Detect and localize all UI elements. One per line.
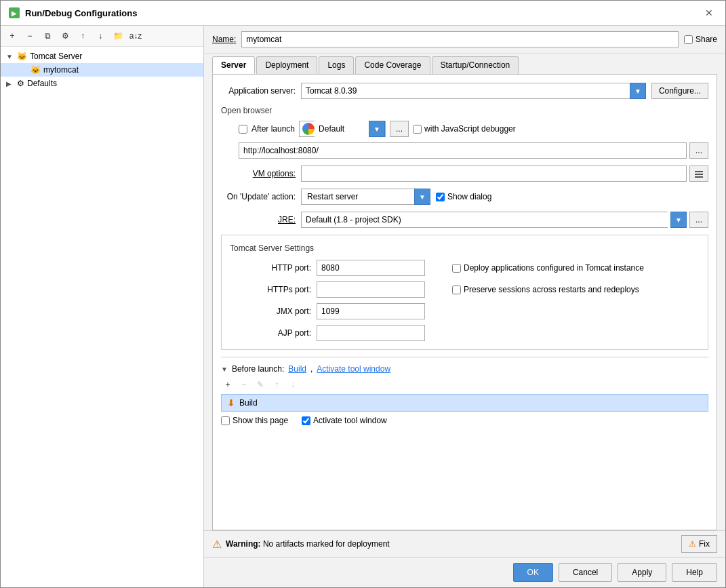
- jmx-port-label: JMX port:: [230, 307, 311, 316]
- vm-options-input[interactable]: [301, 165, 687, 182]
- show-dialog-checkbox[interactable]: [436, 193, 445, 201]
- title-bar: ▶ Run/Debug Configurations ✕: [1, 1, 725, 26]
- remove-config-button[interactable]: −: [22, 28, 37, 43]
- vm-input-area: [301, 165, 708, 182]
- sort-config-button[interactable]: a↓z: [128, 28, 143, 43]
- deploy-checkbox[interactable]: [452, 264, 461, 273]
- share-area: Share: [684, 35, 717, 44]
- activate-tool-label: Activate tool window: [313, 416, 387, 425]
- http-port-label: HTTP port:: [230, 263, 311, 273]
- browser-dropdown[interactable]: ▼: [369, 121, 385, 137]
- http-port-input[interactable]: [317, 260, 425, 276]
- add-config-button[interactable]: +: [5, 28, 20, 43]
- warning-text: Warning: No artifacts marked for deploym…: [226, 539, 677, 549]
- build-item-label: Build: [239, 398, 258, 408]
- url-input[interactable]: [239, 142, 687, 159]
- dialog-title: Run/Debug Configurations: [25, 8, 695, 18]
- before-launch-prefix: Before launch:: [232, 364, 284, 374]
- apply-button[interactable]: Apply: [618, 563, 666, 582]
- copy-config-button[interactable]: ⧉: [40, 28, 55, 43]
- tab-deployment[interactable]: Deployment: [256, 56, 317, 74]
- ok-button[interactable]: OK: [513, 563, 553, 582]
- preserve-checkbox[interactable]: [452, 286, 461, 294]
- jre-row: JRE: ▼ ...: [221, 212, 708, 228]
- share-checkbox[interactable]: [684, 35, 693, 44]
- vm-options-label: VM options:: [221, 169, 296, 178]
- tab-server[interactable]: Server: [212, 56, 255, 74]
- dialog-icon: ▶: [9, 7, 20, 18]
- activate-tool-area: Activate tool window: [302, 416, 387, 425]
- preserve-label: Preserve sessions across restarts and re…: [464, 285, 639, 294]
- svg-rect-1: [695, 174, 703, 175]
- jre-input[interactable]: [301, 212, 668, 228]
- launch-down-button[interactable]: ↓: [286, 378, 300, 391]
- mytomcat-label: mytomcat: [43, 65, 79, 75]
- folder-config-button[interactable]: 📁: [110, 28, 125, 43]
- fix-icon: ⚠: [689, 539, 696, 549]
- activate-tool-link[interactable]: Activate tool window: [317, 364, 390, 374]
- ajp-port-input[interactable]: [317, 325, 425, 341]
- vm-options-button[interactable]: [689, 165, 708, 182]
- settings-config-button[interactable]: ⚙: [58, 28, 73, 43]
- after-launch-checkbox[interactable]: [239, 125, 247, 134]
- tab-content-server: Application server: ▼ Configure... Open …: [212, 74, 717, 530]
- before-launch-arrow: ▼: [221, 366, 228, 373]
- tab-startup-connection[interactable]: Startup/Connection: [432, 56, 519, 74]
- js-debugger-checkbox[interactable]: [413, 125, 422, 134]
- name-input[interactable]: [241, 31, 679, 47]
- build-link[interactable]: Build: [288, 364, 306, 374]
- app-server-input[interactable]: [301, 83, 630, 99]
- app-server-dropdown[interactable]: ▼: [630, 83, 646, 99]
- launch-up-button[interactable]: ↑: [270, 378, 283, 391]
- tomcat-server-label: Tomcat Server: [30, 52, 82, 61]
- jre-dropdown[interactable]: ▼: [670, 212, 687, 228]
- ajp-port-label: AJP port:: [230, 328, 311, 338]
- deploy-check-area: Deploy applications configured in Tomcat…: [452, 263, 700, 273]
- launch-remove-button[interactable]: −: [237, 378, 251, 391]
- activate-tool-checkbox[interactable]: [302, 416, 310, 425]
- restart-input[interactable]: [301, 189, 414, 205]
- tab-code-coverage[interactable]: Code Coverage: [355, 56, 430, 74]
- help-button[interactable]: Help: [672, 563, 717, 582]
- launch-add-button[interactable]: +: [221, 378, 235, 391]
- on-update-row: On 'Update' action: ▼ Show dialog: [221, 189, 708, 205]
- browser-input[interactable]: [315, 121, 369, 137]
- https-port-input[interactable]: [317, 281, 425, 298]
- cancel-button[interactable]: Cancel: [559, 563, 612, 582]
- restart-select-wrap: ▼: [301, 189, 430, 205]
- tree-item-tomcat-server[interactable]: ▼ 🐱 Tomcat Server: [1, 50, 203, 63]
- url-dots-button[interactable]: ...: [689, 142, 708, 159]
- build-item[interactable]: ⬇ Build: [221, 394, 708, 412]
- defaults-arrow: ▶: [6, 80, 14, 87]
- tree-item-mytomcat[interactable]: 🐱 mytomcat: [1, 63, 203, 77]
- jre-dots-button[interactable]: ...: [689, 212, 708, 228]
- build-item-icon: ⬇: [227, 397, 235, 408]
- fix-label: Fix: [699, 539, 710, 549]
- deploy-label: Deploy applications configured in Tomcat…: [464, 263, 644, 273]
- fix-button[interactable]: ⚠ Fix: [681, 535, 717, 553]
- jmx-port-input[interactable]: [317, 303, 425, 319]
- close-button[interactable]: ✕: [701, 6, 717, 20]
- configure-button[interactable]: Configure...: [651, 83, 708, 99]
- left-toolbar: + − ⧉ ⚙ ↑ ↓ 📁 a↓z: [1, 26, 203, 47]
- tree-item-defaults[interactable]: ▶ ⚙ Defaults: [1, 77, 203, 90]
- name-label: Name:: [212, 35, 236, 44]
- before-launch-header: ▼ Before launch: Build , Activate tool w…: [221, 364, 708, 374]
- defaults-label: Defaults: [27, 79, 57, 88]
- on-update-label: On 'Update' action:: [221, 192, 296, 201]
- before-launch-toolbar: + − ✎ ↑ ↓: [221, 378, 708, 391]
- main-content: + − ⧉ ⚙ ↑ ↓ 📁 a↓z ▼ 🐱 Tomcat Server: [1, 26, 725, 587]
- browser-dots-button[interactable]: ...: [390, 121, 409, 137]
- svg-rect-2: [695, 176, 703, 178]
- right-panel: Name: Share Server Deployment Logs: [204, 26, 725, 587]
- launch-edit-button[interactable]: ✎: [254, 378, 267, 391]
- down-config-button[interactable]: ↓: [93, 28, 108, 43]
- config-tree: ▼ 🐱 Tomcat Server 🐱 mytomcat ▶ ⚙ Default…: [1, 47, 203, 587]
- tab-logs[interactable]: Logs: [319, 56, 354, 74]
- up-config-button[interactable]: ↑: [75, 28, 90, 43]
- show-page-checkbox[interactable]: [221, 416, 230, 425]
- url-row: ...: [239, 142, 708, 159]
- restart-dropdown[interactable]: ▼: [414, 189, 430, 205]
- tabs-bar: Server Deployment Logs Code Coverage Sta…: [204, 54, 725, 74]
- jre-input-area: ▼ ...: [301, 212, 708, 228]
